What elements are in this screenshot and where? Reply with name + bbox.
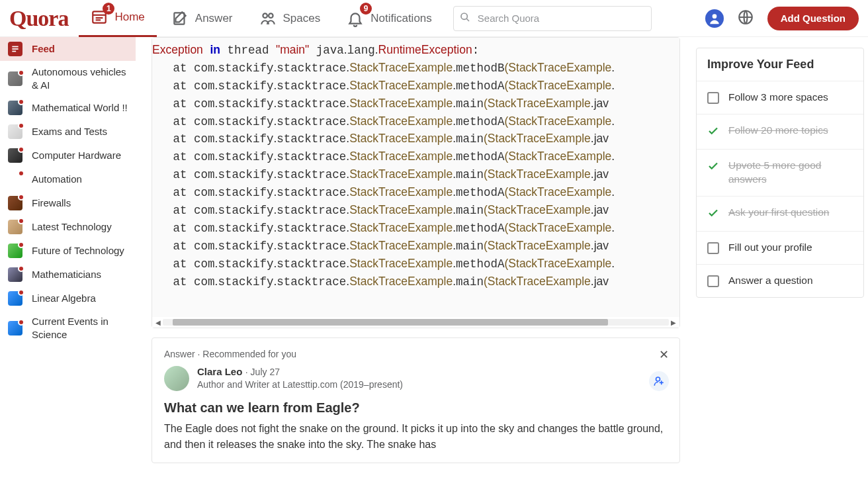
sidebar-item-label: Future of Technology (32, 244, 124, 257)
task-label: Upvote 5 more good answers (728, 159, 853, 187)
post-body: The Eagle does not fight the snake on th… (164, 421, 668, 451)
nav-notifications-badge: 9 (360, 3, 372, 15)
space-icon (8, 124, 22, 139)
author-avatar[interactable] (164, 366, 189, 391)
task-label: Ask your first question (728, 206, 829, 220)
nav-answer-label: Answer (195, 12, 233, 25)
post-author: Clara Leo · July 27 Author and Writer at… (164, 366, 668, 391)
nav-spaces[interactable]: Spaces (247, 0, 333, 37)
checkbox-icon (707, 275, 719, 287)
unread-dot (18, 218, 24, 224)
scroll-track[interactable] (163, 319, 669, 326)
header: Quora Home 1 Answer Spaces Notifications… (0, 0, 868, 37)
horizontal-scrollbar[interactable]: ◀ ▶ (152, 317, 679, 328)
spaces-icon (259, 10, 277, 27)
unread-dot (18, 194, 24, 201)
sidebar-item[interactable]: Latest Technology (0, 215, 136, 239)
sidebar-item[interactable]: Automation (0, 167, 136, 191)
author-name[interactable]: Clara Leo (197, 366, 242, 377)
unread-dot (18, 265, 24, 272)
sidebar-item[interactable]: Current Events in Science (0, 310, 136, 345)
sidebar-feed[interactable]: Feed (0, 37, 136, 61)
task-label: Follow 20 more topics (728, 124, 828, 138)
author-date: July 27 (251, 367, 280, 377)
unread-dot (18, 170, 24, 177)
nav-home-badge: 1 (103, 3, 114, 15)
svg-point-6 (269, 13, 273, 18)
sidebar-item-label: Autonomous vehicles & AI (32, 66, 128, 91)
svg-point-14 (656, 377, 660, 381)
author-sep: · (245, 367, 251, 377)
sidebar-item[interactable]: Firewalls (0, 191, 136, 215)
sidebar-feed-label: Feed (32, 42, 55, 56)
right-column: Improve Your Feed Follow 3 more spacesFo… (696, 37, 868, 491)
globe-icon[interactable] (737, 9, 754, 28)
space-icon (8, 220, 22, 234)
add-question-button[interactable]: Add Question (767, 7, 859, 30)
scroll-thumb[interactable] (173, 319, 608, 326)
nav-home[interactable]: Home 1 (79, 0, 156, 37)
improve-feed-panel: Improve Your Feed Follow 3 more spacesFo… (696, 48, 864, 298)
improve-task[interactable]: Follow 3 more spaces (697, 81, 863, 114)
sidebar-item[interactable]: Mathematicians (0, 263, 136, 287)
unread-dot (18, 289, 24, 296)
improve-task[interactable]: Answer a question (697, 265, 863, 297)
sidebar-item[interactable]: Future of Technology (0, 239, 136, 263)
user-avatar[interactable] (705, 9, 724, 28)
task-label: Answer a question (728, 274, 813, 288)
task-label: Follow 3 more spaces (728, 91, 828, 105)
svg-point-7 (461, 13, 467, 19)
unread-dot (18, 69, 24, 76)
sidebar: Feed Autonomous vehicles & AIMathematica… (0, 37, 136, 491)
sidebar-item[interactable]: Linear Algebra (0, 287, 136, 310)
sidebar-item-label: Firewalls (32, 197, 71, 210)
space-icon (8, 101, 22, 115)
check-icon (707, 125, 719, 140)
space-icon (8, 148, 22, 163)
unread-dot (18, 122, 24, 129)
sidebar-item[interactable]: Autonomous vehicles & AI (0, 61, 136, 96)
svg-point-5 (263, 13, 267, 18)
space-icon (8, 71, 22, 86)
unread-dot (18, 99, 24, 105)
unread-dot (18, 242, 24, 248)
space-icon (8, 172, 22, 187)
sidebar-item[interactable]: Mathematical World !! (0, 96, 136, 120)
stack-trace-code: Exception in thread "main" java.lang.Run… (152, 38, 679, 317)
check-icon (707, 160, 719, 175)
nav-spaces-label: Spaces (283, 12, 321, 25)
improve-task[interactable]: Fill out your profile (697, 232, 863, 265)
feed-post: Answer · Recommended for you ✕ Clara Leo… (152, 337, 680, 463)
unread-dot (18, 319, 24, 326)
author-credential: Author and Writer at Latesttip.com (2019… (197, 379, 403, 390)
sidebar-item[interactable]: Computer Hardware (0, 144, 136, 167)
nav-answer[interactable]: Answer (159, 0, 245, 37)
code-card: Exception in thread "main" java.lang.Run… (152, 37, 680, 328)
search-icon (460, 12, 470, 25)
improve-feed-title: Improve Your Feed (697, 48, 863, 81)
sidebar-item-label: Current Events in Science (32, 315, 128, 341)
nav-notifications[interactable]: Notifications 9 (335, 0, 444, 37)
space-icon (8, 267, 22, 282)
close-icon[interactable]: ✕ (659, 347, 669, 362)
improve-task[interactable]: Ask your first question (697, 197, 863, 232)
space-icon (8, 321, 22, 335)
sidebar-item-label: Computer Hardware (32, 149, 121, 162)
sidebar-item[interactable]: Exams and Tests (0, 120, 136, 144)
feed-icon (8, 42, 22, 56)
post-title[interactable]: What can we learn from Eagle? (164, 400, 668, 416)
code-area: Exception in thread "main" java.lang.Run… (152, 38, 679, 317)
sidebar-item-label: Mathematical World !! (32, 101, 128, 114)
scroll-left-arrow[interactable]: ◀ (153, 318, 163, 327)
check-icon (707, 207, 719, 222)
improve-task[interactable]: Follow 20 more topics (697, 114, 863, 150)
post-meta: Answer · Recommended for you (164, 349, 668, 359)
task-label: Fill out your profile (728, 241, 812, 255)
unread-dot (18, 146, 24, 153)
sidebar-item-label: Automation (32, 173, 82, 186)
scroll-right-arrow[interactable]: ▶ (669, 318, 678, 327)
improve-task[interactable]: Upvote 5 more good answers (697, 150, 863, 197)
logo[interactable]: Quora (9, 6, 68, 31)
search-input[interactable] (453, 6, 652, 31)
search-wrap (453, 6, 652, 31)
